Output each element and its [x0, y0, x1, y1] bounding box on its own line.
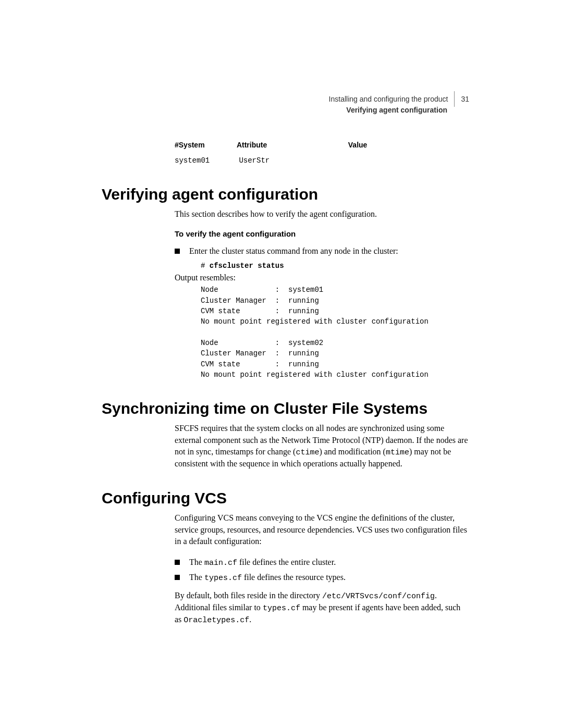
sync-paragraph: SFCFS requires that the system clocks on… — [175, 423, 469, 470]
text-b: file defines the entire cluster. — [237, 558, 336, 566]
text-a: By default, both files reside in the dir… — [175, 591, 322, 600]
command-output: Node : system01 Cluster Manager : runnin… — [201, 285, 469, 380]
table-row: system01 UserStr — [175, 156, 469, 165]
square-bullet-icon — [175, 249, 180, 254]
td-system: system01 — [175, 156, 235, 165]
header-section: Verifying agent configuration — [102, 105, 447, 116]
intro-text: This section describes how to verify the… — [175, 208, 469, 220]
attribute-table: #System Attribute Value system01 UserStr — [175, 141, 469, 165]
code-config-dir: /etc/VRTSvcs/conf/config — [322, 592, 435, 601]
header-page-number: 31 — [461, 94, 469, 105]
code-oracletypes: Oracletypes.cf — [183, 616, 249, 625]
text-b: file defines the resource types. — [242, 573, 346, 582]
td-attribute: UserStr — [239, 156, 348, 165]
bullet-enter-command: Enter the cluster status command from an… — [175, 245, 469, 257]
text-d: . — [249, 615, 251, 624]
command: cfscluster status — [210, 262, 284, 270]
bullet-text: Enter the cluster status command from an… — [189, 245, 469, 257]
heading-configuring-vcs: Configuring VCS — [102, 489, 469, 507]
th-value: Value — [348, 141, 368, 149]
th-attribute: Attribute — [237, 141, 346, 149]
text-a: The — [189, 558, 204, 566]
bullet-text: The main.cf file defines the entire clus… — [189, 557, 469, 569]
output-resembles: Output resembles: — [175, 272, 469, 283]
code-mtime: mtime — [386, 448, 409, 457]
subhead-to-verify: To verify the agent configuration — [175, 229, 469, 238]
page-container: Installing and configuring the product 3… — [0, 0, 563, 626]
header-divider — [454, 91, 455, 107]
heading-synchronizing-time: Synchronizing time on Cluster File Syste… — [102, 400, 469, 417]
sync-text-b: ) and modification ( — [319, 447, 386, 456]
vcs-paragraph-1: Configuring VCS means conveying to the V… — [175, 512, 469, 547]
code-types-cf: types.cf — [204, 574, 242, 583]
prompt: # — [201, 262, 210, 270]
code-types-cf-2: types.cf — [263, 604, 300, 613]
bullet-types-cf: The types.cf file defines the resource t… — [175, 572, 469, 584]
square-bullet-icon — [175, 575, 180, 580]
code-ctime: ctime — [296, 448, 319, 457]
text-a: The — [189, 573, 204, 582]
page-header: Installing and configuring the product 3… — [102, 86, 469, 116]
th-system: #System — [175, 141, 235, 149]
bullet-main-cf: The main.cf file defines the entire clus… — [175, 557, 469, 569]
square-bullet-icon — [175, 560, 180, 565]
heading-verifying-agent: Verifying agent configuration — [102, 186, 469, 203]
command-line: # cfscluster status — [201, 261, 469, 271]
table-header-row: #System Attribute Value — [175, 141, 469, 149]
bullet-text: The types.cf file defines the resource t… — [189, 572, 469, 584]
code-main-cf: main.cf — [204, 559, 237, 567]
vcs-paragraph-2: By default, both files reside in the dir… — [175, 590, 469, 626]
header-chapter: Installing and configuring the product — [329, 94, 448, 105]
